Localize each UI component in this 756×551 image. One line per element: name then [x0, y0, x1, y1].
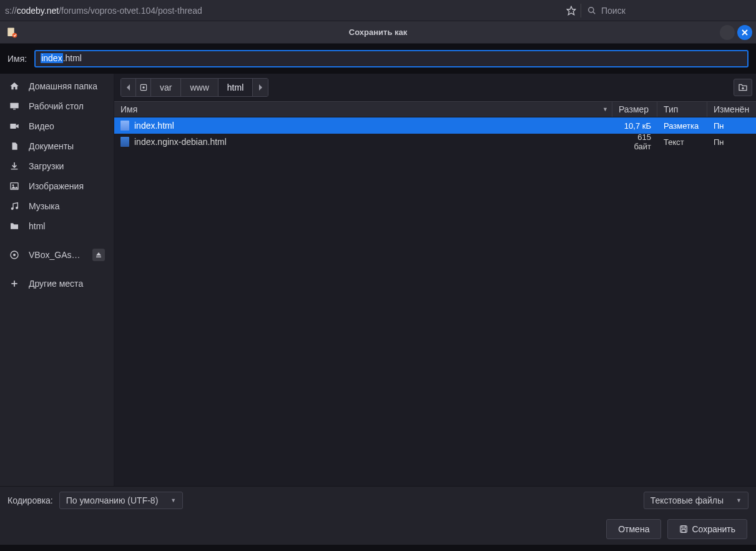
- dialog-title: Сохранить как: [0, 27, 756, 37]
- sidebar-item-music[interactable]: Музыка: [0, 196, 114, 216]
- column-header-modified[interactable]: Изменён: [707, 102, 756, 117]
- save-icon: [679, 525, 688, 534]
- file-table-header: Имя▼ Размер Тип Изменён: [114, 101, 756, 117]
- sidebar-item-other-places[interactable]: Другие места: [0, 274, 114, 294]
- search-placeholder: Поиск: [601, 6, 626, 16]
- breadcrumb-root-button[interactable]: [136, 79, 151, 96]
- svg-rect-19: [96, 257, 101, 258]
- sidebar-item-html[interactable]: html: [0, 216, 114, 236]
- svg-line-2: [593, 11, 596, 14]
- filename-label: Имя:: [7, 54, 27, 64]
- sidebar-item-documents[interactable]: Документы: [0, 136, 114, 156]
- bookmark-star-icon[interactable]: [562, 6, 581, 16]
- download-icon: [9, 161, 20, 171]
- svg-rect-11: [11, 169, 18, 169]
- svg-marker-0: [567, 6, 575, 14]
- column-header-name[interactable]: Имя▼: [114, 102, 612, 117]
- column-header-size[interactable]: Размер: [612, 102, 657, 117]
- minimize-button[interactable]: [720, 25, 735, 40]
- file-row[interactable]: index.html 10,7 кБ Разметка Пн: [114, 117, 756, 134]
- music-icon: [9, 201, 20, 211]
- filetype-select[interactable]: Текстовые файлы ▼: [644, 492, 749, 509]
- sidebar-item-desktop[interactable]: Рабочий стол: [0, 96, 114, 116]
- svg-point-24: [142, 86, 145, 89]
- video-icon: [9, 121, 20, 131]
- search-icon: [587, 6, 596, 15]
- encoding-select[interactable]: По умолчанию (UTF-8) ▼: [59, 492, 183, 509]
- svg-rect-9: [10, 124, 16, 129]
- svg-marker-25: [259, 84, 262, 91]
- filename-input[interactable]: [34, 50, 749, 67]
- svg-point-13: [12, 184, 14, 186]
- breadcrumb-nav: var www html: [120, 78, 268, 97]
- browser-search-box[interactable]: Поиск: [581, 6, 756, 16]
- file-table-body: index.html 10,7 кБ Разметка Пн index.ngi…: [114, 117, 756, 486]
- svg-marker-22: [127, 84, 130, 91]
- svg-point-1: [589, 7, 594, 12]
- options-bar: Кодировка: По умолчанию (UTF-8) ▼ Тексто…: [0, 486, 756, 514]
- sidebar-item-videos[interactable]: Видео: [0, 116, 114, 136]
- sidebar-item-pictures[interactable]: Изображения: [0, 176, 114, 196]
- cancel-button[interactable]: Отмена: [606, 519, 661, 539]
- svg-marker-10: [16, 124, 19, 129]
- breadcrumb-segment-html[interactable]: html: [218, 79, 253, 96]
- filename-display: index.html: [41, 53, 82, 63]
- document-icon: [9, 141, 20, 151]
- image-icon: [9, 181, 20, 191]
- column-header-type[interactable]: Тип: [657, 102, 707, 117]
- disc-icon: [9, 250, 20, 260]
- chevron-down-icon: ▼: [170, 497, 176, 504]
- svg-point-15: [16, 207, 18, 209]
- file-icon: [120, 137, 129, 147]
- svg-rect-30: [682, 530, 686, 533]
- svg-point-17: [13, 254, 16, 256]
- sort-indicator-icon: ▼: [602, 106, 608, 112]
- chevron-down-icon: ▼: [736, 497, 742, 504]
- dialog-title-bar: Сохранить как: [0, 21, 756, 44]
- svg-rect-29: [682, 526, 686, 529]
- breadcrumb-forward-button[interactable]: [253, 79, 268, 96]
- plus-icon: [9, 279, 20, 288]
- places-sidebar: Домашняя папка Рабочий стол Видео Докуме…: [0, 74, 114, 486]
- svg-marker-18: [96, 252, 101, 256]
- desktop-icon: [9, 101, 20, 111]
- url-box[interactable]: s://codeby.net/forums/vopros-otvet.104/p…: [0, 6, 562, 16]
- breadcrumb-segment-www[interactable]: www: [181, 79, 218, 96]
- svg-rect-8: [13, 109, 16, 109]
- breadcrumb-back-button[interactable]: [121, 79, 136, 96]
- home-icon: [9, 81, 20, 91]
- file-icon: [120, 121, 129, 131]
- close-button[interactable]: [737, 25, 752, 40]
- filename-row: Имя: index.html: [0, 44, 756, 74]
- eject-icon[interactable]: [92, 249, 105, 261]
- svg-point-14: [11, 207, 14, 210]
- encoding-label: Кодировка:: [7, 495, 53, 505]
- sidebar-item-downloads[interactable]: Загрузки: [0, 156, 114, 176]
- svg-rect-7: [10, 103, 18, 109]
- sidebar-item-drive[interactable]: VBox_GAs…: [0, 245, 114, 265]
- url-text: s://codeby.net/forums/vopros-otvet.104/p…: [5, 6, 202, 16]
- browser-address-bar: s://codeby.net/forums/vopros-otvet.104/p…: [0, 0, 756, 21]
- breadcrumb-segment-var[interactable]: var: [151, 79, 181, 96]
- file-row[interactable]: index.nginx-debian.html 615 байт Текст П…: [114, 134, 756, 150]
- save-button[interactable]: Сохранить: [667, 519, 747, 539]
- new-folder-button[interactable]: [734, 79, 752, 96]
- path-toolbar: var www html: [114, 74, 756, 101]
- folder-icon: [9, 221, 20, 231]
- actions-bar: Отмена Сохранить: [0, 514, 756, 545]
- sidebar-item-home[interactable]: Домашняя папка: [0, 76, 114, 96]
